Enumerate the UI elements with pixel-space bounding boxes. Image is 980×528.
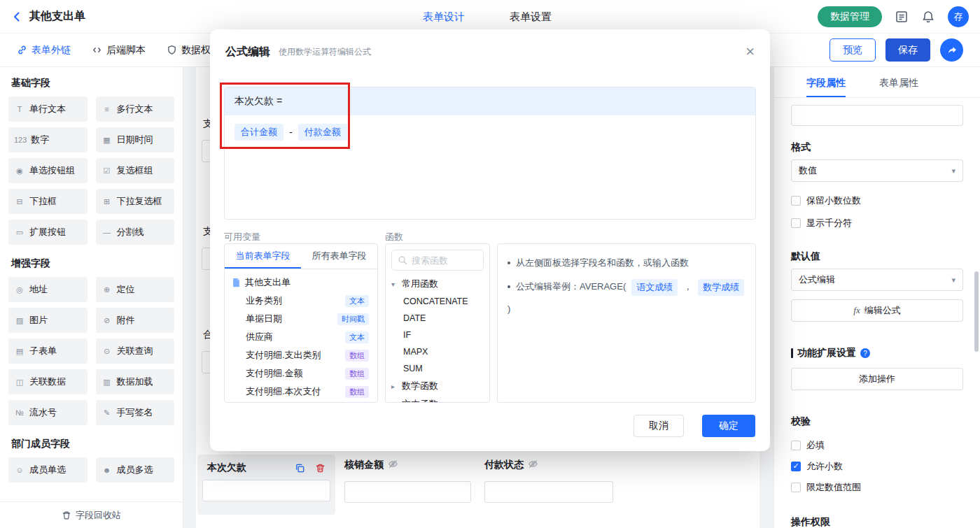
variable-item[interactable]: 单据日期 时间戳	[230, 310, 372, 328]
functions-panel: ▾ 常用函数 CONCATENATE DATE IF MAPX SUM ▸ 数学…	[385, 243, 490, 403]
field-recycle-bin[interactable]: 字段回收站	[0, 501, 183, 528]
function-group-common[interactable]: ▾ 常用函数	[391, 275, 484, 293]
copy-icon[interactable]	[295, 463, 305, 473]
function-item[interactable]: SUM	[391, 360, 484, 377]
field-palette-label: 数字	[31, 134, 49, 146]
cancel-button[interactable]: 取消	[634, 415, 684, 437]
backend-script[interactable]: 后端脚本	[92, 44, 146, 57]
trash-icon[interactable]	[315, 463, 326, 473]
variable-name: 支付明细.金额	[246, 367, 303, 380]
variable-type-tag: 文本	[345, 331, 369, 343]
tab-field-properties[interactable]: 字段属性	[806, 67, 846, 97]
tab-form-properties[interactable]: 表单属性	[879, 67, 918, 97]
help-example-suffix: )	[507, 301, 510, 317]
field-palette-item[interactable]: ⊕ 定位	[96, 277, 175, 302]
function-item[interactable]: MAPX	[391, 343, 484, 360]
back-button[interactable]	[11, 11, 22, 22]
field-palette-item[interactable]: ◫ 关联数据	[8, 369, 88, 394]
variable-item[interactable]: 供应商 文本	[230, 328, 372, 346]
edit-formula-button[interactable]: fx 编辑公式	[791, 299, 963, 322]
checkbox-required[interactable]: 必填	[791, 439, 963, 452]
selected-field-debt[interactable]: 本次欠款	[197, 455, 335, 515]
field-palette-item[interactable]: № 流水号	[8, 400, 88, 425]
field-palette-item[interactable]: ✎ 手写签名	[96, 400, 175, 425]
function-item[interactable]: CONCATENATE	[391, 293, 484, 310]
variable-item[interactable]: 支付明细.本次支付 数组	[230, 383, 372, 401]
modal-subtitle: 使用数学运算符编辑公式	[279, 46, 371, 58]
add-action-button[interactable]: 添加操作	[791, 368, 963, 390]
field-palette-label: 流水号	[29, 406, 57, 419]
variable-name: 支付明细.本次支付	[246, 385, 321, 398]
writeoff-input[interactable]	[344, 481, 471, 503]
save-button[interactable]: 保存	[886, 38, 930, 62]
field-type-icon: ☑	[102, 166, 113, 176]
field-palette-item[interactable]: ☻ 成员多选	[96, 457, 175, 483]
confirm-button[interactable]: 确定	[702, 415, 755, 437]
checkbox-allow-decimal[interactable]: 允许小数	[791, 460, 963, 473]
function-search-input[interactable]	[412, 255, 475, 266]
data-manage-button[interactable]: 数据管理	[818, 6, 882, 27]
function-item[interactable]: DATE	[391, 310, 484, 327]
field-palette-item[interactable]: 123 数字	[8, 127, 88, 152]
field-palette-item[interactable]: ⊞ 下拉复选框	[96, 189, 175, 214]
scrollbar-thumb[interactable]	[974, 271, 979, 352]
tab-current-form-fields[interactable]: 当前表单字段	[225, 244, 301, 269]
formula-editor-area[interactable]: 本次欠款 = 合计金额 - 付款金额	[224, 87, 756, 220]
tab-form-settings[interactable]: 表单设置	[510, 10, 552, 24]
checkbox-keep-decimals[interactable]: 保留小数位数	[791, 194, 963, 207]
help-panel: 从左侧面板选择字段名和函数，或输入函数 公式编辑举例：AVERAGE( 语文成绩…	[497, 243, 756, 403]
field-palette-item[interactable]: ▤ 子表单	[8, 338, 88, 364]
function-group-math[interactable]: ▸ 数学函数	[391, 377, 484, 395]
field-palette-item[interactable]: ▨ 图片	[8, 308, 88, 333]
field-title-input[interactable]	[791, 105, 963, 126]
default-select-value: 公式编辑	[799, 273, 835, 286]
checkbox-thousands[interactable]: 显示千分符	[791, 217, 963, 229]
bell-icon[interactable]	[921, 10, 935, 24]
avatar[interactable]: 存	[948, 6, 969, 27]
data-permission[interactable]: 数据权	[167, 44, 211, 57]
field-type-icon: ◫	[14, 378, 25, 387]
question-icon[interactable]: ?	[860, 348, 870, 358]
field-palette-item[interactable]: ▦ 日期时间	[96, 127, 175, 152]
changelog-icon[interactable]	[895, 10, 909, 24]
field-palette-item[interactable]: ▭ 扩展按钮	[8, 220, 88, 245]
preview-button[interactable]: 预览	[830, 38, 876, 62]
field-palette-item[interactable]: ◎ 地址	[8, 277, 88, 302]
field-palette-item[interactable]: — 分割线	[96, 220, 175, 245]
variable-name: 供应商	[246, 331, 273, 343]
formula-field-chip[interactable]: 付款金额	[298, 124, 347, 141]
field-palette-item[interactable]: ⊘ 附件	[96, 308, 175, 333]
tab-all-form-fields[interactable]: 所有表单字段	[301, 244, 377, 269]
field-palette-item[interactable]: ◉ 单选按钮组	[8, 158, 88, 183]
tab-form-design[interactable]: 表单设计	[423, 10, 465, 24]
format-select[interactable]: 数值 ▾	[791, 159, 963, 182]
variables-panel: 当前表单字段 所有表单字段 其他支出单 业务类别 文本	[224, 243, 378, 403]
link-icon	[17, 45, 27, 55]
function-search[interactable]	[391, 250, 484, 271]
share-button[interactable]	[940, 38, 963, 62]
variables-root[interactable]: 其他支出单	[230, 273, 372, 292]
variable-item[interactable]: 业务类别 文本	[230, 292, 372, 310]
field-palette-item[interactable]: ⊙ 关联查询	[96, 338, 175, 364]
field-palette-item[interactable]: ≡ 多行文本	[96, 97, 175, 122]
field-type-icon: ▨	[14, 316, 25, 325]
checkbox-limit-range[interactable]: 限定数值范围	[791, 481, 963, 494]
debt-input[interactable]	[202, 480, 330, 501]
field-palette-item[interactable]: ☺ 成员单选	[8, 457, 88, 483]
form-external-link[interactable]: 表单外链	[17, 44, 71, 57]
toolbar-right: 预览 保存	[830, 38, 963, 62]
field-palette-item[interactable]: ⊟ 下拉框	[8, 189, 88, 214]
field-palette-item[interactable]: ☑ 复选框组	[96, 158, 175, 183]
function-group-text[interactable]: ▸ 文本函数	[391, 395, 484, 403]
default-value-select[interactable]: 公式编辑 ▾	[791, 269, 963, 291]
checkbox-label: 保留小数位数	[806, 194, 861, 207]
paystatus-input[interactable]	[484, 481, 613, 503]
variable-item[interactable]: 支付明细.支出类别 数组	[230, 346, 372, 364]
formula-field-chip[interactable]: 合计金额	[234, 124, 284, 141]
variable-item[interactable]: 支付明细.金额 数组	[230, 364, 372, 383]
close-icon[interactable]: ×	[746, 44, 755, 59]
field-palette-item[interactable]: ▥ 数据加载	[96, 369, 175, 394]
function-item[interactable]: IF	[391, 327, 484, 343]
checkbox-label: 必填	[806, 439, 825, 452]
field-palette-item[interactable]: T 单行文本	[8, 97, 88, 122]
